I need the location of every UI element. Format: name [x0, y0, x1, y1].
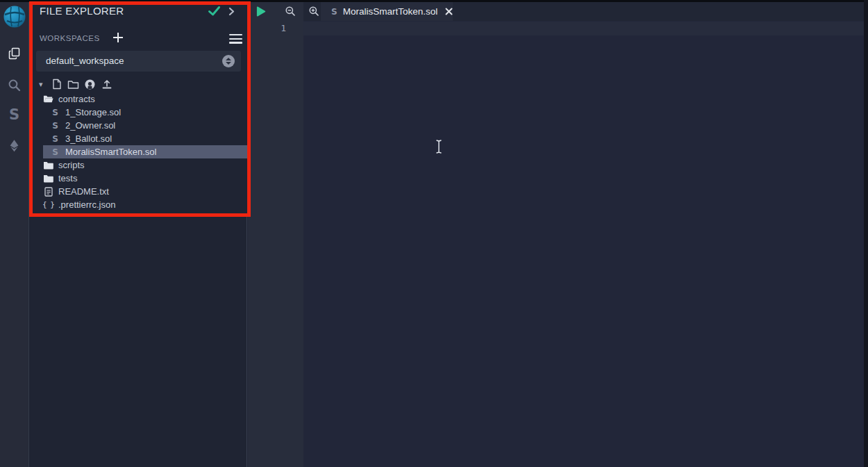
zoom-in-icon[interactable] [306, 3, 322, 19]
panel-title: FILE EXPLORER [40, 5, 124, 17]
tree-item-label: .prettierrc.json [58, 199, 115, 210]
close-icon[interactable] [444, 7, 453, 16]
new-file-icon[interactable] [51, 79, 62, 90]
tree-item[interactable]: S3_Ballot.sol [29, 132, 248, 145]
line-number: 1 [248, 23, 286, 33]
top-border [0, 0, 868, 2]
folder-open-icon [43, 94, 53, 104]
chevron-right-icon[interactable] [227, 6, 235, 19]
hamburger-menu-icon[interactable] [229, 34, 242, 44]
tree-item[interactable]: S1_Storage.sol [29, 106, 248, 119]
workspaces-label: WORKSPACES [40, 34, 100, 42]
tree-item-label: MoralisSmartToken.sol [65, 147, 157, 157]
remix-logo-icon[interactable] [0, 4, 28, 29]
solidity-file-icon: S [50, 107, 60, 117]
tree-item-label: scripts [58, 160, 85, 170]
right-border [864, 0, 868, 467]
file-tree: contractsS1_Storage.solS2_Owner.solS3_Ba… [29, 92, 248, 211]
editor-canvas[interactable] [303, 0, 864, 467]
select-caret-icon [222, 55, 235, 67]
add-workspace-icon[interactable] [111, 31, 125, 47]
search-icon[interactable] [0, 76, 28, 93]
check-icon [208, 6, 221, 19]
workspace-select-value: default_workspace [46, 56, 124, 66]
tree-item-label: 3_Ballot.sol [65, 133, 112, 144]
solidity-file-icon: S [50, 120, 60, 131]
tree-item-label: tests [58, 173, 77, 183]
workspace-select[interactable]: default_workspace [36, 51, 241, 72]
editor-gutter [248, 0, 303, 467]
run-play-icon[interactable] [253, 3, 268, 19]
tree-item[interactable]: tests [29, 172, 248, 185]
editor-toolbar [253, 3, 322, 19]
deploy-and-run-icon[interactable] [0, 138, 28, 154]
solidity-compiler-icon[interactable]: S [0, 106, 28, 124]
solidity-file-icon: S [50, 147, 60, 157]
collapse-caret-icon[interactable]: ▾ [39, 80, 46, 89]
tree-item-label: README.txt [58, 186, 109, 197]
current-line-highlight [303, 22, 864, 35]
tree-item[interactable]: README.txt [29, 185, 248, 198]
upload-file-icon[interactable] [101, 79, 112, 90]
tree-item[interactable]: SMoralisSmartToken.sol [43, 145, 255, 158]
activity-rail [0, 0, 28, 467]
document-icon [43, 186, 53, 197]
folder-closed-icon [43, 160, 53, 170]
tab-label: MoralisSmartToken.sol [343, 6, 438, 17]
tree-item-label: 2_Owner.sol [65, 120, 115, 131]
panel-edge [247, 217, 247, 467]
tree-item[interactable]: contracts [29, 92, 248, 106]
text-cursor-icon [435, 139, 443, 157]
tab-moralissmarttoken[interactable]: S MoralisSmartToken.sol [321, 2, 453, 21]
new-folder-icon[interactable] [67, 79, 79, 90]
tree-item[interactable]: { }.prettierrc.json [29, 198, 248, 211]
folder-closed-icon [43, 173, 53, 183]
solidity-file-icon: S [331, 7, 337, 17]
tree-item[interactable]: S2_Owner.sol [29, 119, 248, 132]
tree-item[interactable]: scripts [29, 158, 248, 172]
zoom-out-icon[interactable] [283, 3, 298, 19]
file-tree-toolbar: ▾ [39, 78, 112, 90]
clone-git-icon[interactable] [84, 79, 96, 90]
braces-icon: { } [43, 199, 53, 210]
file-explorer-icon[interactable] [0, 45, 28, 62]
tree-item-label: 1_Storage.sol [65, 107, 121, 117]
solidity-file-icon: S [50, 133, 60, 144]
tree-item-label: contracts [58, 94, 95, 104]
